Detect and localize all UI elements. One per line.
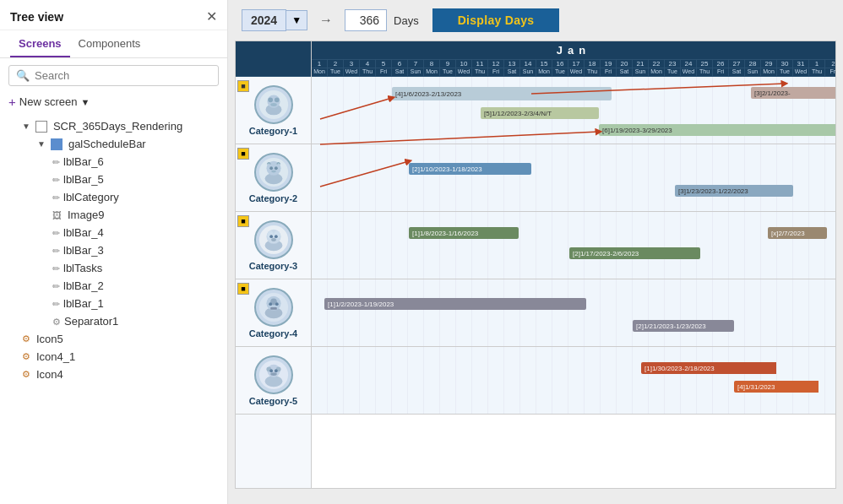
day-cell: 24 — [681, 60, 697, 68]
tree-item-lblTasks[interactable]: lblTasks — [0, 259, 227, 277]
svg-point-17 — [269, 235, 273, 238]
year-value[interactable]: 2024 — [242, 9, 286, 31]
plus-icon: + — [8, 95, 16, 109]
weekday-cell: Tue — [440, 68, 456, 76]
edit-icon — [52, 244, 60, 257]
cat-label-3: Category-3 — [249, 261, 297, 271]
svg-point-24 — [269, 302, 272, 306]
day-cell: 1 — [312, 60, 328, 68]
caret-icon: ▼ — [22, 122, 30, 131]
tree-item-lblBar5[interactable]: lblBar_5 — [0, 171, 227, 188]
icon-control-icon: ⚙ — [22, 351, 30, 362]
search-box: 🔍 — [8, 65, 219, 86]
tree-item-label: lblCategory — [63, 191, 119, 203]
year-dropdown-button[interactable]: ▼ — [286, 10, 307, 30]
weekday-cell: Thu — [697, 68, 713, 76]
tree-item-separator1[interactable]: Separator1 — [0, 312, 227, 330]
weekday-cell: Wed — [793, 68, 809, 76]
gantt-day-header: 1234567891011121314151617181920212223242… — [312, 60, 835, 68]
day-cell: 22 — [649, 60, 665, 68]
tree-item-galScheduleBar[interactable]: ▼ galScheduleBar — [0, 135, 227, 153]
day-cell: 21 — [633, 60, 649, 68]
weekday-cell: Thu — [585, 68, 601, 76]
edit-icon — [52, 191, 60, 203]
weekday-cell: Fri — [601, 68, 617, 76]
svg-rect-26 — [270, 307, 277, 310]
arrow-right-icon: → — [319, 13, 333, 28]
day-cell: 29 — [761, 60, 777, 68]
day-cell: 30 — [777, 60, 793, 68]
day-cell: 23 — [665, 60, 681, 68]
day-cell: 9 — [440, 60, 456, 68]
tab-screens[interactable]: Screens — [10, 30, 70, 57]
edit-icon — [52, 279, 60, 292]
right-panel: 2024 ▼ → 366 Days Display Days ■ Categor… — [228, 0, 843, 504]
tree-item-lblBar3[interactable]: lblBar_3 — [0, 241, 227, 259]
close-icon[interactable]: ✕ — [206, 8, 217, 24]
svg-point-3 — [268, 97, 273, 102]
gantt-bar: [1]1/2/2023-1/19/2023 — [324, 298, 586, 310]
weekday-cell: Tue — [328, 68, 344, 76]
weekday-cell: Wed — [681, 68, 697, 76]
svg-point-32 — [269, 369, 273, 372]
day-cell: 8 — [424, 60, 440, 68]
day-cell: 28 — [745, 60, 761, 68]
weekday-cell: Tue — [777, 68, 793, 76]
tree-item-label: lblBar_3 — [63, 244, 104, 257]
tree-item-scr[interactable]: ▼ SCR_365Days_Rendering — [0, 117, 227, 135]
tree-item-lblBar4[interactable]: lblBar_4 — [0, 224, 227, 241]
weekday-cell: Mon — [536, 68, 552, 76]
search-input[interactable] — [35, 69, 211, 82]
gantt-chart: Jan 123456789101112131415161718192021222… — [312, 41, 835, 488]
day-cell: 27 — [729, 60, 745, 68]
tree-item-label: Icon4_1 — [36, 350, 75, 363]
display-days-button[interactable]: Display Days — [432, 8, 560, 32]
tree-item-lblBar1[interactable]: lblBar_1 — [0, 295, 227, 312]
svg-point-28 — [264, 375, 282, 386]
tree-item-label: lblBar_6 — [63, 155, 104, 168]
day-cell: 26 — [713, 60, 729, 68]
gantt-row-5: [1]1/30/2023-2/18/2023 [4]1/31/2023 — [312, 347, 835, 415]
tree-item-lblBar2[interactable]: lblBar_2 — [0, 277, 227, 295]
svg-point-33 — [274, 369, 277, 372]
svg-point-5 — [270, 103, 277, 106]
edit-icon — [52, 173, 60, 186]
weekday-cell: Sun — [408, 68, 424, 76]
weekday-cell: Sat — [729, 68, 745, 76]
tree-item-label: SCR_365Days_Rendering — [53, 120, 182, 133]
image-icon: 🖼 — [52, 210, 62, 220]
tree-item-icon5[interactable]: ⚙ Icon5 — [0, 330, 227, 348]
svg-point-10 — [274, 166, 277, 170]
gantt-bar: [4]1/6/2023-2/13/2023 — [392, 87, 612, 100]
svg-point-25 — [275, 302, 278, 306]
weekday-cell: Fri — [488, 68, 504, 76]
gantt-month-header: Jan — [312, 41, 835, 60]
chevron-down-icon: ▼ — [80, 97, 90, 107]
day-cell: 11 — [472, 60, 488, 68]
svg-point-34 — [270, 372, 277, 376]
days-value[interactable]: 366 — [345, 9, 387, 31]
cat-avatar-2 — [254, 153, 293, 192]
tree-item-icon4-1[interactable]: ⚙ Icon4_1 — [0, 348, 227, 366]
gantt-bar: [x]2/7/2023 — [768, 227, 827, 239]
gantt-row-2: [2]1/10/2023-1/18/2023 [3]1/23/2023-1/22… — [312, 144, 835, 212]
gantt-row-label-1: ■ Category-1 — [236, 77, 311, 144]
weekday-cell: Sun — [520, 68, 536, 76]
tree-item-label: Image9 — [68, 209, 104, 221]
day-cell: 4 — [360, 60, 376, 68]
tree-item-lblCategory[interactable]: lblCategory — [0, 188, 227, 206]
panel-tabs: Screens Components — [0, 30, 227, 58]
new-screen-button[interactable]: + New screen ▼ — [0, 89, 227, 114]
year-select: 2024 ▼ — [242, 9, 307, 31]
gantt-bar: [1]1/8/2023-1/16/2023 — [409, 227, 519, 239]
days-suffix: Days — [394, 14, 419, 27]
tree-item-icon4[interactable]: ⚙ Icon4 — [0, 366, 227, 383]
tree-item-image9[interactable]: 🖼 Image9 — [0, 206, 227, 224]
tab-components[interactable]: Components — [70, 30, 150, 57]
tree-item-lblBar6[interactable]: lblBar_6 — [0, 153, 227, 171]
day-cell: 7 — [408, 60, 424, 68]
edit-icon — [52, 297, 60, 310]
gantt-row-4: [1]1/2/2023-1/19/2023 [2]1/21/2023-1/23/… — [312, 279, 835, 347]
svg-point-9 — [269, 166, 273, 170]
weekday-cell: Tue — [552, 68, 568, 76]
